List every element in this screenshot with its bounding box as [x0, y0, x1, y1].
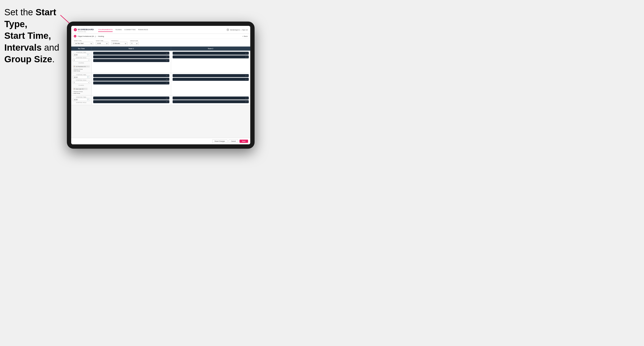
- course-area-2: 🏌 East Lake GC × ○: [73, 86, 90, 91]
- slot-x-icon[interactable]: ×: [246, 79, 246, 80]
- tablet-device: C SCOREBOARD Powered by clipp... TOURNAM…: [67, 21, 254, 149]
- clock-icon-1: 🕐: [87, 54, 89, 56]
- slot-controls: × ○: [166, 82, 168, 84]
- slot-o-icon[interactable]: ○: [168, 82, 168, 84]
- reset-changes-button[interactable]: Reset Changes: [212, 139, 228, 143]
- starting-hole-label-3: STARTING HOLE:: [73, 102, 90, 103]
- starting-time-input-1[interactable]: 10:00 🕐: [73, 53, 90, 56]
- instruction-line3-bold: Intervals: [4, 42, 42, 53]
- player-slot: × ○: [172, 97, 249, 100]
- slot-x-icon[interactable]: ×: [166, 75, 167, 76]
- logo-sub-text: Powered by clipp...: [78, 31, 94, 32]
- starting-hole-select-1[interactable]: 1 ▾: [73, 59, 90, 61]
- remove-group-btn-1[interactable]: Remove Group: [73, 68, 90, 70]
- group-size-select[interactable]: 3 2 4: [130, 42, 139, 45]
- add-group-btn-2[interactable]: Add Group: [73, 92, 90, 94]
- player-slot: × ○: [172, 52, 249, 55]
- clock-icon-3: 🕐: [87, 99, 89, 100]
- start-type-group: Start Type 1st Tee Start Shotgun Start: [74, 40, 93, 45]
- starting-time-input-2[interactable]: 10:10 🕐: [73, 76, 90, 79]
- slot-x-icon[interactable]: ×: [246, 97, 246, 99]
- nav-tab-tournaments[interactable]: TOURNAMENTS: [98, 28, 112, 32]
- slot-x-icon[interactable]: ×: [166, 53, 167, 54]
- slot-x-icon[interactable]: ×: [166, 101, 167, 103]
- slot-o-icon[interactable]: ○: [247, 79, 248, 80]
- slot-controls: × ○: [246, 53, 248, 54]
- slot-x-icon[interactable]: ×: [246, 101, 246, 103]
- player-slot: × ○: [93, 55, 169, 58]
- tablet-screen: C SCOREBOARD Powered by clipp... TOURNAM…: [71, 26, 250, 144]
- start-time-group: Start Time 10:00: [96, 40, 109, 45]
- breadcrumb-tournament[interactable]: Clippd Invitational (M...): [78, 35, 96, 37]
- slot-o-icon[interactable]: ○: [247, 101, 248, 103]
- sign-out-link[interactable]: Sign out: [242, 29, 248, 31]
- player-slot: × ○: [172, 55, 249, 58]
- start-type-select[interactable]: 1st Tee Start Shotgun Start: [74, 42, 93, 45]
- remove-course-o-2[interactable]: ○: [86, 88, 87, 90]
- course-tag-2: 🏌 East Lake GC × ○: [73, 88, 88, 90]
- slot-o-icon[interactable]: ○: [247, 53, 248, 54]
- clock-icon-2: 🕐: [87, 76, 89, 78]
- user-email: blair@clippd.io: [230, 29, 240, 31]
- user-avatar: [226, 28, 229, 31]
- save-button[interactable]: Save: [240, 140, 248, 143]
- nav-tab-committee[interactable]: COMMITTEE: [124, 28, 136, 32]
- slot-o-icon[interactable]: ○: [168, 79, 168, 80]
- slot-controls: × ○: [166, 101, 168, 103]
- breadcrumb-separator: ›: [97, 35, 97, 37]
- instruction-line2: Start Time,: [4, 31, 51, 41]
- nav-tab-rankings[interactable]: RANKINGS: [138, 28, 148, 32]
- add-group-btn-1[interactable]: Add Group: [73, 70, 90, 72]
- starting-time-input-3[interactable]: 10:20 🕐: [73, 98, 90, 101]
- slot-x-icon[interactable]: ×: [166, 97, 167, 99]
- starting-hole-select-2[interactable]: 1 ▾: [73, 81, 90, 84]
- course-label-1: COURSE:: [73, 62, 90, 64]
- slot-o-icon[interactable]: ○: [168, 56, 168, 58]
- remove-group-btn-2[interactable]: Remove Group: [73, 91, 90, 92]
- slot-o-icon[interactable]: ○: [247, 75, 248, 76]
- player-slot: × ○: [93, 100, 169, 103]
- slot-o-icon[interactable]: ○: [168, 101, 168, 103]
- slot-o-icon[interactable]: ○: [168, 60, 168, 61]
- course-label-2: COURSE:: [73, 85, 90, 86]
- slot-x-icon[interactable]: ×: [166, 60, 167, 61]
- slot-o-icon[interactable]: ○: [247, 56, 248, 58]
- remove-course-x-2[interactable]: ×: [84, 88, 85, 90]
- slot-x-icon[interactable]: ×: [246, 53, 246, 54]
- th-tee-time: Tee Time: [71, 46, 92, 51]
- starting-time-label-1: STARTING TIME:: [73, 52, 90, 53]
- breadcrumb-bar: C Clippd Invitational (M...) › Hosting <…: [71, 34, 250, 39]
- back-button[interactable]: < Back: [242, 35, 248, 37]
- slot-o-icon[interactable]: ○: [168, 53, 168, 54]
- remove-course-x-1[interactable]: ×: [87, 66, 88, 67]
- player-slot: × ○: [172, 78, 249, 81]
- player-slot: × ○: [93, 97, 169, 100]
- course-icon: 🏌: [74, 88, 75, 90]
- start-time-select[interactable]: 10:00: [96, 42, 109, 45]
- slot-controls: × ○: [246, 79, 248, 80]
- course-name-2: East Lake GC: [76, 88, 84, 90]
- slot-x-icon[interactable]: ×: [166, 82, 167, 84]
- slot-controls: × ○: [166, 97, 168, 99]
- player-slot: × ○: [93, 52, 169, 55]
- th-team1: Team 1: [92, 46, 171, 51]
- player-slot: × ○: [93, 81, 169, 84]
- course-area-1: 🏌 (A) Peachtree GC × ○: [73, 64, 90, 68]
- slot-x-icon[interactable]: ×: [246, 75, 246, 76]
- slot-x-icon[interactable]: ×: [246, 56, 246, 58]
- intervals-select[interactable]: 10 Minutes 8 Minutes 12 Minutes: [111, 42, 128, 45]
- player-slot: × ○: [172, 74, 249, 77]
- tee-time-table: Tee Time Team 1 Team 2 STARTING TIME: 10…: [71, 46, 250, 138]
- slot-x-icon[interactable]: ×: [166, 56, 167, 58]
- slot-o-icon[interactable]: ○: [168, 97, 168, 99]
- remove-course-o-1[interactable]: ○: [88, 66, 89, 67]
- slot-o-icon[interactable]: ○: [168, 75, 168, 76]
- slot-o-icon[interactable]: ○: [247, 97, 248, 99]
- slot-x-icon[interactable]: ×: [166, 79, 167, 80]
- logo-area: C SCOREBOARD Powered by clipp...: [74, 27, 94, 32]
- footer-bar: Reset Changes Cancel Save: [71, 138, 250, 144]
- nav-tab-teams[interactable]: TEAMS: [115, 28, 122, 32]
- slot-controls: × ○: [166, 75, 168, 76]
- course-icon: 🏌: [74, 66, 75, 67]
- cancel-button[interactable]: Cancel: [229, 139, 238, 143]
